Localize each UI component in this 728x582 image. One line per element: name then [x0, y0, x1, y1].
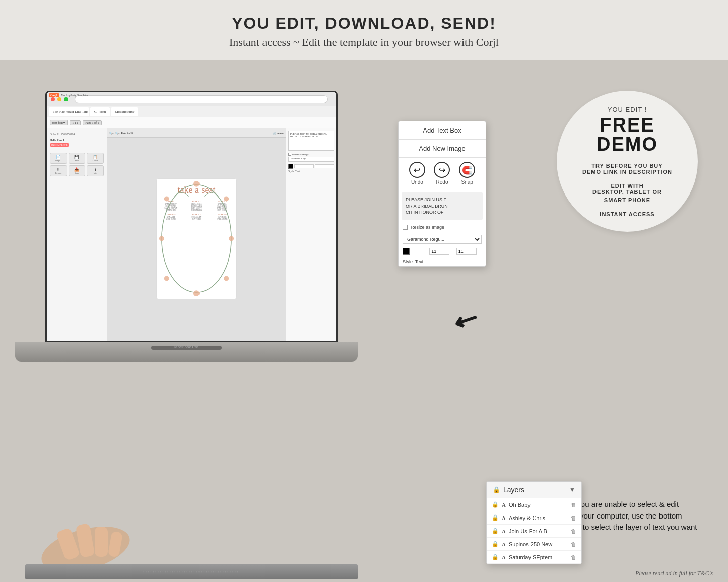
add-text-box-button[interactable]: Add Text Box	[399, 121, 486, 140]
headline: YOU EDIT, DOWNLOAD, SEND!	[0, 14, 728, 33]
layer-item[interactable]: 🔒 A Saturday SEptem 🗑	[487, 551, 581, 564]
table-col-2: TABLE 2 LINDA HALL BOB CLARK RITA SCOTT …	[184, 200, 209, 220]
redo-icon[interactable]: ↪	[434, 162, 450, 178]
browser-tab-3[interactable]: MockupParty	[111, 107, 138, 116]
canvas-page-indicator: Page 1 of 1	[121, 132, 133, 134]
hand-area	[30, 499, 141, 569]
layer-name: Supinos 250 New	[509, 541, 568, 547]
layer-type: A	[502, 515, 506, 521]
layer-type: A	[502, 541, 506, 547]
zoom-out-icon[interactable]: 🔍−	[109, 132, 114, 135]
layer-type: A	[502, 502, 506, 508]
layer-trash-icon[interactable]: 🗑	[571, 541, 576, 547]
footer-note: Please read ad in full for T&C's	[635, 570, 713, 577]
layer-name: Saturday SEptem	[509, 554, 568, 560]
redo-label: Redo	[436, 179, 448, 185]
laptop-screen: Tee Plac You'd Like This Brac... C - cor…	[45, 91, 338, 343]
layers-items-container: 🔒 A Oh Baby 🗑 🔒 A Ashley & Chris 🗑 🔒 A J…	[487, 498, 581, 564]
sidebar-icons: 📄 Templ... 💾 Save 📋 Orders ⬇	[50, 153, 104, 176]
layer-trash-icon[interactable]: 🗑	[571, 528, 576, 534]
seating-chart-card[interactable]: take a seat TABLE 1 JAMES SULLY MARY JON…	[156, 178, 237, 299]
fp-undo-item: ↩ Undo	[409, 162, 425, 185]
snap-icon[interactable]: 🧲	[459, 162, 475, 178]
table-col-1: TABLE 1 JAMES SULLY MARY JONES SARAH BRO…	[159, 200, 183, 220]
floating-corjl-panel: Add Text Box Add New Image ↩ Undo ↪ Redo…	[398, 121, 486, 267]
layer-item[interactable]: 🔒 A Ashley & Chris 🗑	[487, 511, 581, 525]
panel-text-section: PLEASE JOIN US FOR A BRIDAL BRUN CH IN H…	[288, 131, 334, 151]
sidebar-icon-save[interactable]: 💾 Save	[69, 153, 86, 164]
fp-icons-row: ↩ Undo ↪ Redo 🧲 Snap	[399, 158, 486, 189]
subline: Instant access ~ Edit the template in yo…	[0, 36, 728, 49]
panel-checkbox[interactable]	[288, 153, 291, 156]
undo-icon[interactable]: ↩	[409, 162, 425, 178]
sidebar-icon-order[interactable]: 📋 Orders	[87, 153, 104, 164]
zoom-in-icon[interactable]: 🔍+	[115, 132, 120, 135]
layer-item[interactable]: 🔒 A Oh Baby 🗑	[487, 498, 581, 511]
layers-title: 🔒 Layers	[493, 486, 524, 494]
layer-lock-icon: 🔒	[492, 554, 499, 560]
layer-type: A	[502, 554, 506, 560]
svg-rect-12	[95, 527, 108, 557]
panel-color-swatch[interactable]	[288, 164, 293, 169]
panel-font-dropdown[interactable]: Garamond Regu...	[288, 157, 334, 162]
sidebar-icon-download[interactable]: ⬇ Downld	[50, 165, 67, 176]
browser-address-bar[interactable]	[75, 95, 328, 103]
layer-item[interactable]: 🔒 A Join Us For A B 🗑	[487, 525, 581, 538]
panel-line-height-input[interactable]	[315, 164, 335, 168]
layers-chevron-icon[interactable]: ▼	[569, 486, 575, 494]
sidebar-icon-share[interactable]: 📤 Share	[69, 165, 86, 176]
fp-size-input[interactable]	[429, 248, 449, 255]
svg-point-8	[229, 236, 234, 241]
sidebar-icon-template[interactable]: 📄 Templ...	[50, 153, 67, 164]
svg-point-6	[193, 290, 200, 296]
layer-trash-icon[interactable]: 🗑	[571, 502, 576, 508]
main-area: Tee Plac You'd Like This Brac... C - cor…	[0, 60, 728, 582]
cart-icon[interactable]: 🛒 Orders	[273, 132, 284, 135]
browser-tab-2[interactable]: C - corjl	[90, 107, 110, 116]
arrow-to-panel: ↙	[449, 302, 479, 337]
fp-checkbox-row: Resize as Image	[399, 223, 486, 232]
hello-row: Hello Row 1	[50, 139, 104, 142]
browser-bar	[47, 92, 336, 106]
fp-resize-checkbox[interactable]	[403, 225, 408, 230]
layer-trash-icon[interactable]: 🗑	[571, 515, 576, 521]
panel-size-input[interactable]	[294, 164, 314, 168]
canvas-toolbar: 🔍− 🔍+ Page 1 of 1 🛒 Orders	[107, 128, 286, 138]
fp-line-input[interactable]	[456, 248, 477, 255]
add-new-image-button[interactable]: Add New Image	[399, 140, 486, 158]
panel-style-text: Style: Text	[288, 170, 334, 173]
demo-link-text: DEMO LINK IN DESCRIPTION	[582, 169, 672, 175]
toolbar-btn-page[interactable]: Page 1 of 1	[83, 120, 101, 125]
screen-canvas[interactable]: 🔍− 🔍+ Page 1 of 1 🛒 Orders	[107, 128, 286, 343]
demo-instant: INSTANT ACCESS	[600, 211, 654, 217]
demo-free: FREE	[600, 115, 654, 135]
toolbar-btn-1[interactable]: best font ▾	[50, 120, 68, 125]
panel-checkbox-row: Resize as Image	[288, 153, 334, 156]
demo-you-edit: YOU EDIT !	[608, 106, 647, 113]
layer-name: Join Us For A B	[509, 528, 568, 534]
panel-text-preview: PLEASE JOIN US FOR A BRIDAL BRUN CH IN H…	[288, 131, 334, 151]
fp-color-swatch[interactable]	[403, 248, 410, 255]
layer-item[interactable]: 🔒 A Supinos 250 New 🗑	[487, 538, 581, 551]
keyboard-row: ▪▪▪▪▪▪▪▪▪▪▪▪▪▪▪▪▪▪▪▪▪▪▪▪▪▪▪▪▪▪▪▪▪▪▪▪▪▪▪▪	[144, 571, 240, 573]
toolbar-btn-2[interactable]: 1 1 1	[70, 120, 81, 125]
layer-lock-icon: 🔒	[492, 514, 499, 521]
fp-dropdown-row: Garamond Regu...	[399, 232, 486, 246]
browser-tab-1[interactable]: Tee Plac You'd Like This Brac...	[49, 107, 89, 116]
layer-trash-icon[interactable]: 🗑	[571, 554, 576, 560]
layers-header: 🔒 Layers ▼	[487, 482, 581, 498]
demo-smart-phone: SMART PHONE	[604, 197, 650, 203]
svg-point-3	[164, 276, 169, 281]
status-badge: INCOMPLETE	[50, 143, 69, 147]
sidebar-icon-info[interactable]: ℹ Info	[87, 165, 104, 176]
fp-text-preview: PLEASE JOIN US FOR A BRIDAL BRUNCH IN HO…	[402, 192, 483, 220]
keyboard-keys: ▪▪▪▪▪▪▪▪▪▪▪▪▪▪▪▪▪▪▪▪▪▪▪▪▪▪▪▪▪▪▪▪▪▪▪▪▪▪▪▪	[25, 564, 358, 579]
macbook-label: MacBook Pro	[174, 345, 198, 349]
seating-card-title: take a seat	[178, 185, 216, 196]
corjl-brand: Corjl. MockupParty Templates	[47, 92, 90, 98]
fp-font-dropdown[interactable]: Garamond Regu...	[403, 235, 482, 244]
panel-input-row	[288, 164, 334, 169]
layers-panel: 🔒 Layers ▼ 🔒 A Oh Baby 🗑 🔒 A Ashley & Ch…	[486, 481, 582, 564]
top-banner: YOU EDIT, DOWNLOAD, SEND! Instant access…	[0, 0, 728, 60]
laptop-base: MacBook Pro	[15, 342, 358, 362]
